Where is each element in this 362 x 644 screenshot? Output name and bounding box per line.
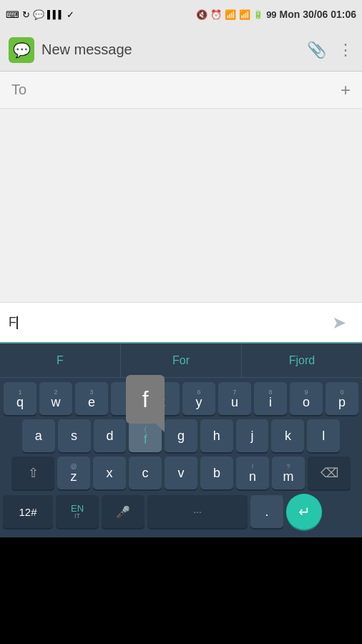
key-u[interactable]: 7u bbox=[218, 382, 251, 415]
app-icon-small: 💬 bbox=[33, 9, 44, 20]
key-l[interactable]: l bbox=[307, 419, 340, 452]
keyboard-row-2: a s d f (f g h j k l bbox=[0, 417, 362, 454]
to-input[interactable] bbox=[41, 82, 341, 97]
check-icon: ✓ bbox=[67, 9, 74, 20]
key-p[interactable]: 0p bbox=[326, 382, 358, 415]
keyboard-row-1: 1q 2w 3e 4r 5t 6y 7u 8i 9o 0p bbox=[0, 378, 362, 417]
key-a[interactable]: a bbox=[22, 419, 55, 452]
key-i[interactable]: 8i bbox=[254, 382, 287, 415]
num-key[interactable]: 12# bbox=[3, 495, 53, 528]
datetime: Mon 30/06 01:06 bbox=[280, 9, 356, 20]
battery-icon: 🔋 bbox=[253, 10, 263, 19]
status-bar-right: 🔇 ⏰ 📶 📶 🔋 99 Mon 30/06 01:06 bbox=[196, 9, 356, 20]
app-title: New message bbox=[41, 42, 307, 58]
key-n[interactable]: !n bbox=[236, 457, 269, 489]
text-cursor bbox=[16, 316, 18, 329]
status-bar-left: ⌨ ↻ 💬 ▌▌▌ ✓ bbox=[6, 9, 74, 20]
wifi-icon: 📶 bbox=[225, 9, 236, 20]
key-k[interactable]: k bbox=[271, 419, 304, 452]
key-g[interactable]: g bbox=[165, 419, 197, 452]
status-bar: ⌨ ↻ 💬 ▌▌▌ ✓ 🔇 ⏰ 📶 📶 🔋 99 Mon 30/06 01:06 bbox=[0, 0, 362, 29]
alarm-icon: ⏰ bbox=[210, 9, 222, 20]
battery-level: 99 bbox=[266, 9, 276, 20]
send-button[interactable]: ➤ bbox=[325, 308, 353, 337]
to-field: To + bbox=[0, 72, 362, 109]
message-area bbox=[0, 109, 362, 302]
to-label: To bbox=[11, 82, 33, 98]
app-bar: 💬 New message 📎 ⋮ bbox=[0, 29, 362, 72]
key-s[interactable]: s bbox=[58, 419, 91, 452]
key-e[interactable]: 3e bbox=[75, 382, 108, 415]
autocomplete-row: F For Fjord bbox=[0, 343, 362, 378]
signal-icon: 📶 bbox=[239, 9, 250, 20]
more-button[interactable]: ⋮ bbox=[338, 41, 353, 59]
enter-key[interactable]: ↵ bbox=[286, 494, 322, 530]
keyboard-icon: ⌨ bbox=[6, 9, 19, 20]
key-m[interactable]: ?m bbox=[272, 457, 305, 489]
send-icon: ➤ bbox=[332, 313, 346, 333]
key-y[interactable]: 6y bbox=[182, 382, 215, 415]
key-j[interactable]: j bbox=[236, 419, 269, 452]
key-b[interactable]: b bbox=[200, 457, 233, 489]
key-popup: f bbox=[126, 375, 165, 424]
sync-icon: ↻ bbox=[22, 9, 30, 20]
compose-bar: F ➤ bbox=[0, 302, 362, 343]
lang-key[interactable]: EN IT bbox=[56, 495, 99, 528]
popup-letter: f bbox=[142, 386, 149, 413]
autocomplete-item-2[interactable]: Fjord bbox=[242, 343, 362, 377]
key-h[interactable]: h bbox=[200, 419, 233, 452]
keyboard-bottom-row: 12# EN IT 🎤 ··· . ↵ bbox=[0, 492, 362, 532]
compose-text: F bbox=[9, 315, 16, 330]
keyboard: F For Fjord 1q 2w 3e 4r 5t 6y 7u 8i 9o 0… bbox=[0, 343, 362, 537]
app-logo: 💬 bbox=[9, 37, 34, 63]
attach-button[interactable]: 📎 bbox=[307, 41, 326, 59]
key-x[interactable]: x bbox=[93, 457, 126, 489]
mic-key[interactable]: 🎤 bbox=[102, 495, 145, 528]
app-bar-actions: 📎 ⋮ bbox=[307, 41, 353, 59]
key-q[interactable]: 1q bbox=[4, 382, 36, 415]
autocomplete-item-0[interactable]: F bbox=[0, 343, 121, 377]
key-v[interactable]: v bbox=[165, 457, 197, 489]
key-z[interactable]: @z bbox=[57, 457, 90, 489]
shift-key[interactable]: ⇧ bbox=[11, 457, 54, 489]
key-c[interactable]: c bbox=[129, 457, 162, 489]
period-key[interactable]: . bbox=[250, 495, 283, 528]
space-key[interactable]: ··· bbox=[147, 495, 248, 528]
key-w[interactable]: 2w bbox=[39, 382, 72, 415]
key-f[interactable]: f (f bbox=[129, 419, 162, 452]
autocomplete-item-1[interactable]: For bbox=[121, 343, 242, 377]
message-icon: 💬 bbox=[13, 42, 31, 59]
bars-icon: ▌▌▌ bbox=[47, 10, 64, 19]
mute-icon: 🔇 bbox=[196, 9, 207, 20]
backspace-key[interactable]: ⌫ bbox=[308, 457, 351, 489]
key-d[interactable]: d bbox=[94, 419, 127, 452]
key-o[interactable]: 9o bbox=[290, 382, 323, 415]
keyboard-row-3: ⇧ @z x c v b !n ?m ⌫ bbox=[0, 454, 362, 492]
add-recipient-button[interactable]: + bbox=[341, 80, 351, 100]
